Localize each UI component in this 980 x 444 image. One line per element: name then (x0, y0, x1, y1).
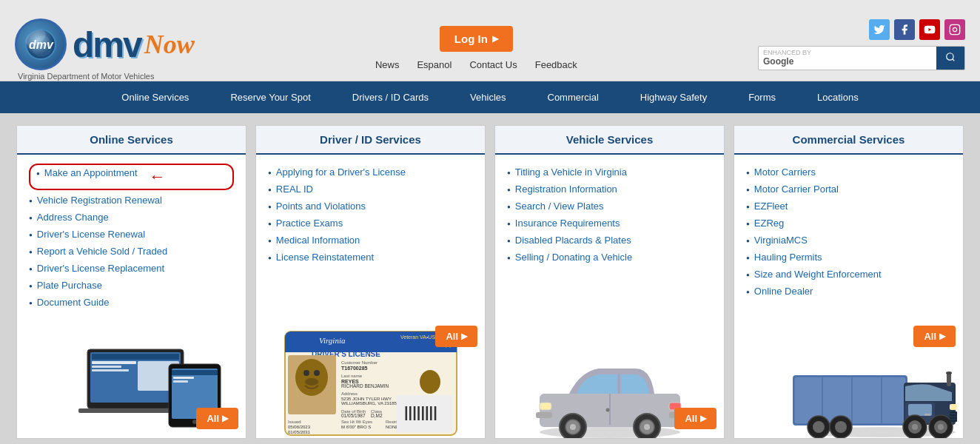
instagram-icon[interactable] (944, 19, 965, 40)
nav-locations[interactable]: Locations (796, 81, 879, 113)
size-weight-link[interactable]: Size and Weight Enforcement (754, 269, 882, 280)
make-appointment-link[interactable]: Make an Appointment (44, 167, 138, 178)
svg-rect-72 (794, 377, 906, 424)
nav-commercial[interactable]: Commercial (527, 81, 620, 113)
svg-rect-80 (947, 373, 951, 386)
registration-info-link[interactable]: Registration Information (515, 184, 617, 195)
driver-id-all-button[interactable]: All (435, 326, 477, 347)
dl-renewal-link[interactable]: Driver's License Renewal (37, 229, 145, 240)
nav-vehicles[interactable]: Vehicles (449, 81, 526, 113)
svg-text:Customer Number: Customer Number (341, 360, 377, 365)
medical-info-link[interactable]: Medical Information (276, 235, 360, 246)
commercial-services-all-button[interactable]: All (913, 326, 956, 347)
social-icons (869, 19, 965, 40)
svg-point-85 (835, 421, 847, 433)
list-item: Hauling Permits (746, 249, 951, 266)
online-services-all-button[interactable]: All (196, 408, 238, 429)
points-violations-link[interactable]: Points and Violations (276, 201, 366, 212)
car-illustration (525, 342, 695, 438)
svg-rect-10 (92, 361, 136, 364)
online-dealer-link[interactable]: Online Dealer (754, 286, 813, 297)
titling-vehicle-link[interactable]: Titling a Vehicle in Virginia (515, 166, 627, 178)
online-services-footer: All (17, 320, 246, 438)
list-item: Applying for a Driver's License (268, 164, 473, 181)
list-item: Insurance Requirements (507, 215, 712, 232)
logo-now-text: Now (144, 29, 195, 60)
login-button[interactable]: Log In (440, 26, 513, 52)
document-guide-link[interactable]: Document Guide (37, 297, 110, 308)
search-enhanced-label: ENHANCED BY Google (759, 50, 816, 67)
report-vehicle-sold-link[interactable]: Report a Vehicle Sold / Traded (37, 246, 167, 257)
svg-point-32 (305, 378, 318, 386)
address-change-link[interactable]: Address Change (37, 212, 109, 223)
vehicle-services-all-button[interactable]: All (674, 408, 716, 429)
selling-donating-link[interactable]: Selling / Donating a Vehicle (515, 252, 632, 263)
search-input[interactable] (816, 48, 936, 68)
motor-carrier-portal-link[interactable]: Motor Carrier Portal (754, 184, 839, 195)
real-id-link[interactable]: REAL ID (276, 184, 313, 195)
nav-online-services[interactable]: Online Services (101, 81, 209, 113)
search-view-plates-link[interactable]: Search / View Plates (515, 201, 604, 212)
svg-text:Virginia: Virginia (319, 336, 346, 345)
insurance-req-link[interactable]: Insurance Requirements (515, 218, 620, 229)
list-item: Driver's License Replacement (29, 260, 234, 277)
svg-rect-92 (950, 404, 957, 410)
facebook-icon[interactable] (894, 19, 915, 40)
motor-carriers-link[interactable]: Motor Carriers (754, 166, 816, 178)
hauling-permits-link[interactable]: Hauling Permits (754, 252, 822, 263)
nav-espanol[interactable]: Espanol (417, 59, 452, 70)
svg-point-65 (605, 408, 609, 412)
svg-rect-17 (172, 370, 218, 375)
svg-text:||||||||: |||||||| (404, 404, 437, 420)
svg-text:T16700285: T16700285 (341, 366, 368, 371)
list-item: Motor Carriers (746, 164, 951, 181)
nav-reserve-spot[interactable]: Reserve Your Spot (209, 81, 331, 113)
practice-exams-link[interactable]: Practice Exams (276, 218, 343, 229)
svg-point-54 (420, 370, 440, 394)
virginia-mcs-link[interactable]: VirginiaMCS (754, 235, 808, 246)
list-item: Points and Violations (268, 198, 473, 215)
svg-point-88 (912, 424, 918, 430)
disabled-placards-link[interactable]: Disabled Placards & Plates (515, 235, 631, 246)
svg-rect-3 (950, 24, 959, 34)
nav-news[interactable]: News (375, 59, 400, 70)
svg-text:01/05/2031: 01/05/2031 (288, 430, 311, 434)
search-bar: ENHANCED BY Google (758, 46, 965, 70)
commercial-services-body: Motor Carriers Motor Carrier Portal EZFl… (734, 155, 963, 320)
svg-rect-11 (92, 366, 121, 368)
vehicle-services-body: Titling a Vehicle in Virginia Registrati… (495, 155, 724, 320)
nav-forms[interactable]: Forms (728, 81, 796, 113)
svg-point-29 (295, 359, 328, 396)
header-right: ENHANCED BY Google (758, 19, 965, 81)
dl-replacement-link[interactable]: Driver's License Replacement (37, 263, 164, 274)
ezfleet-link[interactable]: EZFleet (754, 201, 788, 212)
nav-feedback[interactable]: Feedback (535, 59, 577, 70)
driver-id-footer: Virginia Veteran VA•USA ★ DRIVER'S LICEN… (256, 320, 485, 438)
nav-drivers-id[interactable]: Drivers / ID Cards (332, 81, 449, 113)
ezreg-link[interactable]: EZReg (754, 218, 784, 229)
applying-dl-link[interactable]: Applying for a Driver's License (276, 166, 406, 178)
vehicle-reg-renewal-link[interactable]: Vehicle Registration Renewal (37, 195, 162, 206)
svg-text:NONE: NONE (386, 425, 398, 429)
svg-text:RICHARD BENJAMIN: RICHARD BENJAMIN (341, 383, 389, 388)
search-button[interactable] (936, 47, 964, 70)
svg-point-91 (938, 424, 944, 430)
online-services-body: Make an Appointment ← Vehicle Registrati… (17, 155, 246, 320)
nav-highway-safety[interactable]: Highway Safety (620, 81, 728, 113)
svg-text:WILLIAMSBURG, VA 23185: WILLIAMSBURG, VA 23185 (341, 401, 397, 406)
svg-rect-19 (173, 380, 188, 383)
svg-rect-68 (536, 412, 552, 418)
dmv-logo-icon: dmv (15, 18, 67, 70)
youtube-icon[interactable] (919, 19, 940, 40)
twitter-icon[interactable] (869, 19, 890, 40)
list-item: Report a Vehicle Sold / Traded (29, 243, 234, 260)
license-reinstatement-link[interactable]: License Reinstatement (276, 252, 374, 263)
list-item: Titling a Vehicle in Virginia (507, 164, 712, 181)
top-header: dmv dmv Now Virginia Department of Motor… (0, 0, 980, 81)
plate-purchase-link[interactable]: Plate Purchase (37, 280, 102, 291)
list-item: Size and Weight Enforcement (746, 266, 951, 283)
list-item: Document Guide (29, 294, 234, 311)
list-item: Medical Information (268, 232, 473, 249)
svg-point-31 (314, 370, 320, 376)
nav-contact-us[interactable]: Contact Us (469, 59, 517, 70)
